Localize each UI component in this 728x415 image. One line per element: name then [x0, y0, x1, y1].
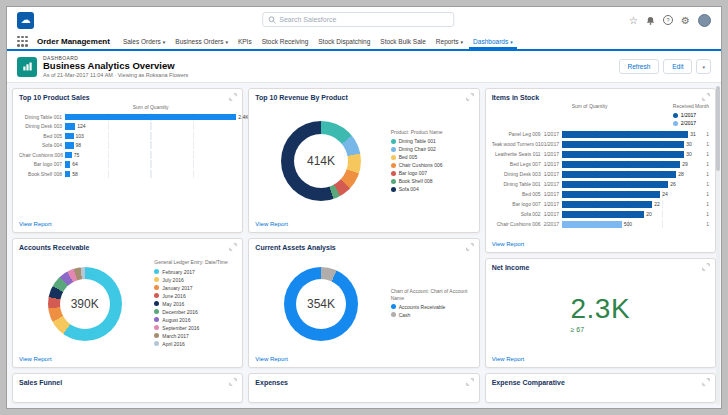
view-report-link[interactable]: View Report: [255, 221, 472, 227]
nav-tab-stock-receiving[interactable]: Stock Receiving: [258, 33, 313, 49]
stock-record-count: 1: [695, 221, 709, 227]
stock-bar[interactable]: 500: [562, 220, 695, 228]
stock-product-label: Bed 005: [492, 191, 544, 197]
edit-button[interactable]: Edit: [663, 59, 692, 74]
scrollbar-thumb[interactable]: [716, 86, 720, 171]
card-sales-funnel: Sales Funnel: [12, 373, 243, 403]
stock-bar[interactable]: 29: [562, 160, 695, 168]
nav-tab-stock-bulk-sale[interactable]: Stock Bulk Sale: [376, 33, 430, 49]
stock-row: Panel Leg 0091/2017311: [492, 129, 709, 139]
view-report-link[interactable]: View Report: [255, 356, 472, 362]
legend-item: Book Shelf 008: [391, 177, 473, 185]
legend-swatch: [391, 147, 396, 152]
bar-value: 29: [680, 161, 688, 167]
stock-month-label: 2/2017: [544, 221, 562, 227]
stock-bar[interactable]: 31: [562, 130, 695, 138]
bar[interactable]: 64: [65, 160, 236, 168]
legend-item: Chair Cushions 006: [391, 161, 473, 169]
expand-icon[interactable]: [702, 378, 710, 386]
axis-label: Sum of Quantity: [572, 103, 608, 127]
app-nav-bar: Order Management Sales OrdersBusiness Or…: [7, 33, 721, 51]
nav-tab-dashboards[interactable]: Dashboards: [469, 33, 517, 49]
notifications-bell-icon[interactable]: [646, 16, 655, 25]
card-title: Net Income: [492, 264, 530, 271]
nav-tab-business-orders[interactable]: Business Orders: [171, 33, 232, 49]
nav-tab-stock-dispatching[interactable]: Stock Dispatching: [314, 33, 374, 49]
global-search-box[interactable]: [262, 12, 454, 27]
stock-bar[interactable]: 30: [562, 140, 695, 148]
legend-item: Sofa 004: [391, 185, 473, 193]
stock-month-label: 1/2017: [544, 181, 562, 187]
nav-tab-label: Sales Orders: [123, 38, 161, 45]
bar[interactable]: 58: [65, 170, 236, 178]
help-icon[interactable]: [663, 15, 673, 25]
bar[interactable]: 98: [65, 141, 236, 149]
setup-gear-icon[interactable]: [681, 15, 690, 26]
bar[interactable]: 2.4K: [65, 113, 236, 121]
favorites-star-icon[interactable]: [629, 15, 638, 26]
bar-chart: Dining Table 0012.4KDining Desk 003124Be…: [19, 112, 236, 179]
bar-fill: [562, 191, 661, 198]
more-actions-button[interactable]: [696, 59, 711, 74]
view-report-link[interactable]: View Report: [492, 356, 709, 362]
expand-icon[interactable]: [702, 263, 710, 271]
expand-icon[interactable]: [466, 378, 474, 386]
nav-tab-label: Stock Dispatching: [318, 38, 370, 45]
legend-item: March 2017: [154, 332, 236, 340]
expand-icon[interactable]: [466, 243, 474, 251]
stock-product-label: Panel Leg 009: [492, 131, 544, 137]
legend-label: Dining Table 001: [399, 137, 436, 145]
bar-fill: [562, 221, 622, 228]
legend-label: Accounts Receivable: [399, 303, 446, 311]
stock-bar[interactable]: 22: [562, 200, 695, 208]
legend-item: April 2016: [154, 340, 236, 348]
stock-bar[interactable]: 30: [562, 150, 695, 158]
refresh-button[interactable]: Refresh: [619, 59, 660, 74]
legend-item: January 2017: [154, 284, 236, 292]
nav-tab-reports[interactable]: Reports: [432, 33, 467, 49]
stock-bar[interactable]: 24: [562, 190, 695, 198]
legend-label: March 2017: [162, 332, 188, 340]
dashboard-icon: [17, 57, 37, 77]
app-launcher-waffle-icon[interactable]: [17, 36, 28, 47]
card-title: Top 10 Revenue By Product: [255, 94, 347, 101]
stock-bar[interactable]: 26: [562, 180, 695, 188]
salesforce-cloud-logo[interactable]: [17, 12, 34, 29]
legend-title: Chart of Account: Chart of Account Name: [391, 288, 473, 301]
bar[interactable]: 103: [65, 132, 236, 140]
donut-chart[interactable]: 414K: [281, 121, 361, 201]
expand-icon[interactable]: [466, 93, 474, 101]
donut-chart[interactable]: 390K: [48, 267, 122, 341]
legend-swatch: [391, 187, 396, 192]
donut-total: 354K: [284, 267, 358, 341]
legend-swatch: [391, 163, 396, 168]
chevron-down-icon: [461, 38, 464, 45]
nav-tab-sales-orders[interactable]: Sales Orders: [119, 33, 169, 49]
vertical-scrollbar[interactable]: [716, 86, 720, 405]
view-report-link[interactable]: View Report: [492, 241, 709, 247]
user-avatar[interactable]: [698, 14, 711, 27]
bar-value: 2.4K: [236, 114, 248, 120]
bar-value: 103: [74, 133, 84, 139]
search-input[interactable]: [279, 16, 448, 23]
bar-fill: [562, 201, 653, 208]
expand-icon[interactable]: [229, 93, 237, 101]
view-report-link[interactable]: View Report: [19, 221, 236, 227]
view-report-link[interactable]: View Report: [19, 356, 236, 362]
salesforce-app-window: Order Management Sales OrdersBusiness Or…: [7, 7, 721, 408]
expand-icon[interactable]: [229, 378, 237, 386]
nav-tab-kpis[interactable]: KPIs: [234, 33, 256, 49]
stock-product-label: Dining Table 001: [492, 181, 544, 187]
legend-swatch: [391, 179, 396, 184]
bar[interactable]: 75: [65, 151, 236, 159]
expand-icon[interactable]: [229, 243, 237, 251]
stock-product-label: Dining Desk 003: [492, 171, 544, 177]
donut-chart[interactable]: 354K: [284, 267, 358, 341]
nav-tab-label: KPIs: [238, 38, 252, 45]
card-current-assets: Current Assets Analysis 354K Chart of Ac…: [248, 238, 479, 368]
stock-bar[interactable]: 20: [562, 210, 695, 218]
expand-icon[interactable]: [702, 93, 710, 101]
bar[interactable]: 124: [65, 122, 236, 130]
stock-bar[interactable]: 28: [562, 170, 695, 178]
legend-label: January 2017: [162, 284, 192, 292]
